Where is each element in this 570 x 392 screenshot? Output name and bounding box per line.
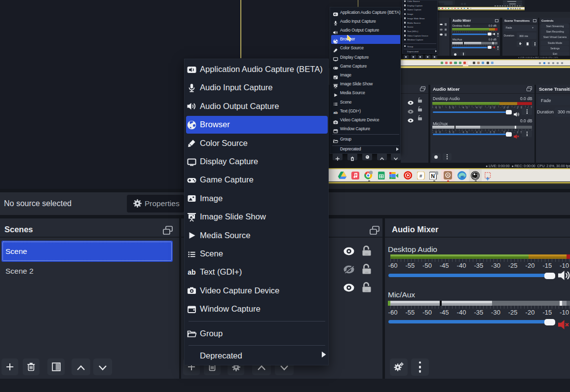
svg-text:#: # [419,173,422,178]
svg-text:ab: ab [333,111,338,115]
svg-text:N: N [431,173,435,179]
svg-text:ab: ab [188,268,195,276]
